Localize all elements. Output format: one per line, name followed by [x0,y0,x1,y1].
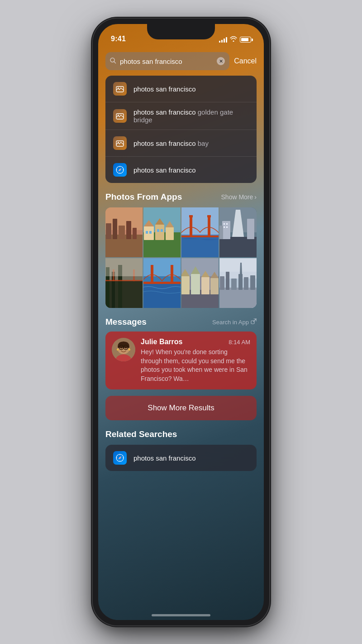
svg-rect-48 [219,226,223,239]
suggestion-icon-1 [113,82,127,96]
svg-rect-28 [166,227,174,240]
suggestion-text-3: photos san francisco bay [133,139,209,147]
message-content: Julie Barros 8:14 AM Hey! When you're do… [141,338,250,383]
photo-4[interactable] [219,207,257,257]
svg-rect-58 [105,280,143,281]
svg-rect-88 [219,258,257,272]
messages-section-title: Messages [105,317,147,327]
suggestion-text-4: photos san francisco [133,166,196,174]
screen-content: photos san francisco ✕ Cancel [98,47,264,620]
suggestion-text-2: photos san francisco golden gate bridge [133,108,249,124]
photo-1[interactable] [105,207,143,257]
cancel-button[interactable]: Cancel [234,57,257,65]
show-more-chevron: › [254,193,257,201]
message-top: Julie Barros 8:14 AM [141,338,250,346]
message-preview: Hey! When you're done sorting through th… [141,348,250,383]
photo-7[interactable] [181,258,219,308]
suggestions-list: photos san francisco [105,76,257,183]
svg-rect-30 [146,231,148,234]
svg-rect-77 [210,278,219,294]
svg-point-97 [125,346,127,349]
suggestion-item-2[interactable]: photos san francisco golden gate bridge [105,102,257,130]
show-more-results-button[interactable]: Show More Results [105,396,257,420]
phone-screen: 9:41 [98,24,264,620]
related-searches-section: Related Searches [98,429,264,471]
svg-rect-32 [157,229,159,232]
photos-app-icon [113,82,127,96]
signal-icon [219,37,227,43]
search-clear-button[interactable]: ✕ [217,57,225,65]
photo-2[interactable] [143,207,181,257]
notch [147,24,215,39]
photos-app-icon-3 [113,136,127,150]
svg-rect-26 [155,225,164,240]
svg-rect-50 [226,223,228,225]
search-query: photos san francisco [120,58,213,65]
svg-rect-81 [219,288,257,308]
svg-rect-36 [181,207,219,235]
photos-section-header: Photos From Apps Show More › [105,192,257,202]
svg-point-2 [118,87,119,88]
svg-rect-47 [247,219,254,239]
safari-app-icon-related [113,451,127,465]
photos-from-apps-section: Photos From Apps Show More › [98,192,264,308]
photos-section-title: Photos From Apps [105,192,182,202]
svg-rect-17 [113,219,117,239]
safari-app-icon [113,163,127,177]
home-indicator[interactable] [152,614,210,616]
search-bar[interactable]: photos san francisco ✕ [105,52,229,70]
photo-3[interactable] [181,207,219,257]
photo-6[interactable] [143,258,181,308]
search-in-app-label: Search in App [212,319,249,326]
status-icons [219,36,251,43]
svg-rect-20 [133,228,137,239]
svg-rect-85 [238,274,243,290]
related-icon-1 [113,451,127,465]
svg-rect-16 [106,223,111,239]
svg-rect-84 [231,279,237,290]
svg-rect-86 [244,277,248,290]
svg-rect-24 [144,226,154,240]
related-search-item-1[interactable]: photos san francisco [105,445,257,471]
suggestion-text-1: photos san francisco [133,85,196,93]
battery-icon [240,37,251,43]
messages-section-header: Messages Search in App [105,317,257,327]
svg-rect-31 [149,231,152,234]
svg-rect-41 [207,215,211,217]
suggestion-icon-3 [113,136,127,150]
svg-point-96 [120,346,123,349]
svg-rect-51 [224,226,225,228]
avatar-julie [112,338,135,361]
search-icon [110,58,116,65]
photo-grid[interactable] [105,207,257,308]
related-searches-title: Related Searches [105,429,257,439]
external-link-icon [251,318,257,326]
photo-5[interactable] [105,258,143,308]
svg-rect-52 [226,226,228,228]
svg-rect-64 [143,283,181,308]
svg-rect-18 [119,226,125,239]
status-time: 9:41 [111,35,126,43]
svg-rect-49 [224,223,225,225]
messages-section: Messages Search in App [98,317,264,389]
svg-rect-19 [126,221,131,239]
suggestion-icon-4 [113,163,127,177]
svg-rect-61 [105,258,143,276]
suggestion-icon-2 [113,109,127,123]
svg-rect-40 [189,215,193,217]
svg-rect-63 [143,258,181,276]
message-card-julie[interactable]: Julie Barros 8:14 AM Hey! When you're do… [105,332,257,389]
suggestion-item-3[interactable]: photos san francisco bay [105,130,257,157]
svg-rect-37 [181,235,219,237]
show-more-results-label: Show More Results [148,404,214,413]
search-in-app-button[interactable]: Search in App [212,318,257,326]
svg-rect-71 [181,276,190,294]
suggestion-item-4[interactable]: photos san francisco [105,157,257,183]
photo-8[interactable] [219,258,257,308]
related-search-text-1: photos san francisco [133,454,196,462]
svg-point-6 [118,142,119,143]
svg-rect-33 [161,229,163,232]
suggestion-item-1[interactable]: photos san francisco [105,76,257,102]
photos-show-more-button[interactable]: Show More › [221,193,257,201]
svg-rect-73 [191,274,200,294]
